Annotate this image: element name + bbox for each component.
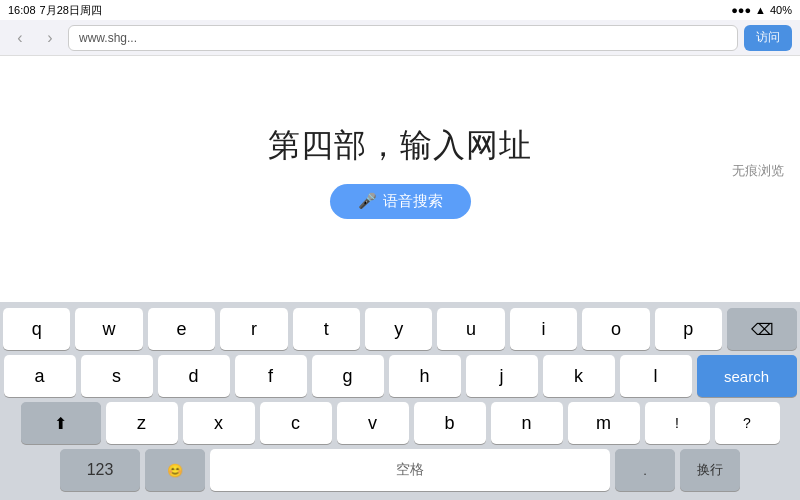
key-e[interactable]: e	[148, 308, 215, 350]
status-date: 7月28日周四	[40, 3, 102, 18]
key-r[interactable]: r	[220, 308, 287, 350]
keyboard: q w e r t y u i o p ⌫ a s d f g h j k l …	[0, 302, 800, 500]
period-key[interactable]: .	[615, 449, 675, 491]
space-key[interactable]: 空格	[210, 449, 610, 491]
search-key[interactable]: search	[697, 355, 797, 397]
signal-icon: ●●●	[731, 4, 751, 16]
key-s[interactable]: s	[81, 355, 153, 397]
url-text: www.shg...	[79, 31, 137, 45]
return-key[interactable]: 换行	[680, 449, 740, 491]
emoji-key[interactable]: 😊	[145, 449, 205, 491]
key-t[interactable]: t	[293, 308, 360, 350]
battery-indicator: 40%	[770, 4, 792, 16]
key-u[interactable]: u	[437, 308, 504, 350]
key-k[interactable]: k	[543, 355, 615, 397]
key-m[interactable]: m	[568, 402, 640, 444]
page-title: 第四部，输入网址	[268, 124, 532, 168]
key-v[interactable]: v	[337, 402, 409, 444]
key-exclamation[interactable]: !	[645, 402, 710, 444]
keyboard-row-3: ⬆ z x c v b n m ! ?	[3, 402, 797, 444]
key-g[interactable]: g	[312, 355, 384, 397]
key-c[interactable]: c	[260, 402, 332, 444]
key-n[interactable]: n	[491, 402, 563, 444]
key-l[interactable]: l	[620, 355, 692, 397]
keyboard-row-4: 123 😊 空格 . 换行	[3, 449, 797, 491]
key-x[interactable]: x	[183, 402, 255, 444]
key-w[interactable]: w	[75, 308, 142, 350]
numbers-key[interactable]: 123	[60, 449, 140, 491]
voice-search-button[interactable]: 🎤 语音搜索	[330, 184, 471, 219]
keyboard-row-2: a s d f g h j k l search	[3, 355, 797, 397]
key-q[interactable]: q	[3, 308, 70, 350]
key-f[interactable]: f	[235, 355, 307, 397]
forward-icon: ›	[47, 29, 52, 47]
key-z[interactable]: z	[106, 402, 178, 444]
visit-button[interactable]: 访问	[744, 25, 792, 51]
status-time: 16:08	[8, 4, 36, 16]
key-j[interactable]: j	[466, 355, 538, 397]
forward-button[interactable]: ›	[38, 26, 62, 50]
key-p[interactable]: p	[655, 308, 722, 350]
key-i[interactable]: i	[510, 308, 577, 350]
page-content: 第四部，输入网址 🎤 语音搜索 无痕浏览	[0, 56, 800, 286]
keyboard-row-1: q w e r t y u i o p ⌫	[3, 308, 797, 350]
key-o[interactable]: o	[582, 308, 649, 350]
incognito-label: 无痕浏览	[732, 162, 784, 180]
browser-toolbar: ‹ › www.shg... 访问	[0, 20, 800, 56]
backspace-key[interactable]: ⌫	[727, 308, 797, 350]
back-button[interactable]: ‹	[8, 26, 32, 50]
key-y[interactable]: y	[365, 308, 432, 350]
key-b[interactable]: b	[414, 402, 486, 444]
microphone-icon: 🎤	[358, 192, 377, 210]
key-question[interactable]: ?	[715, 402, 780, 444]
voice-search-label: 语音搜索	[383, 192, 443, 211]
back-icon: ‹	[17, 29, 22, 47]
url-bar[interactable]: www.shg...	[68, 25, 738, 51]
key-d[interactable]: d	[158, 355, 230, 397]
wifi-icon: ▲	[755, 4, 766, 16]
status-bar: 16:08 7月28日周四 ●●● ▲ 40%	[0, 0, 800, 20]
key-a[interactable]: a	[4, 355, 76, 397]
key-h[interactable]: h	[389, 355, 461, 397]
shift-key[interactable]: ⬆	[21, 402, 101, 444]
